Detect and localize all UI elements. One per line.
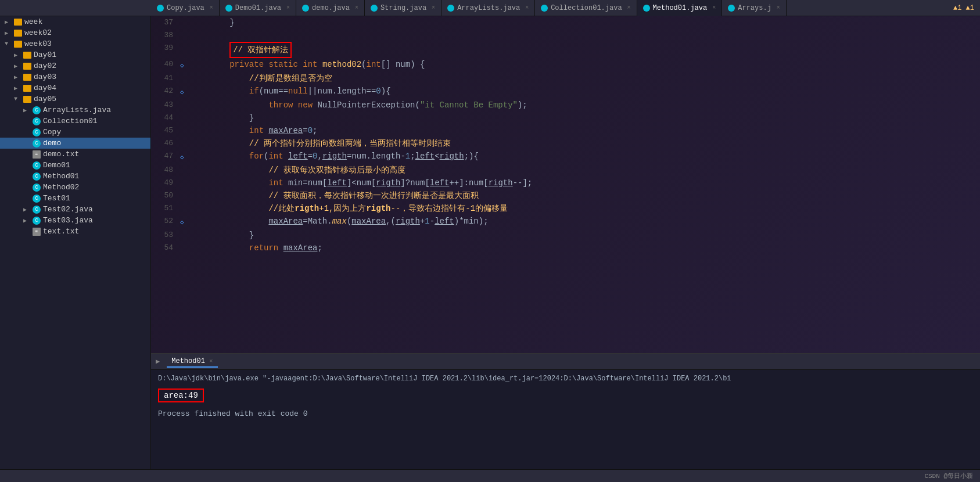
sidebar-item-week02[interactable]: ▶ week02 — [0, 27, 150, 38]
chevron-down-icon: ▼ — [14, 96, 21, 102]
tab-string-java[interactable]: String.java × — [365, 0, 441, 16]
tab-java-icon — [371, 5, 378, 12]
terminal-cmd-line: D:\Java\jdk\bin\java.exe "-javaagent:D:\… — [158, 375, 973, 383]
terminal-output-area: area:49 — [158, 386, 973, 405]
folder-icon — [23, 96, 31, 103]
code-line-44: 44 } — [151, 111, 980, 124]
txt-file-icon: ≡ — [33, 228, 41, 236]
terminal-exit-code: Process finished with exit code 0 — [158, 409, 973, 418]
sidebar-item-day05[interactable]: ▼ day05 — [0, 93, 150, 105]
code-line-40: 40 ◇ private static int method02(int[] n… — [151, 58, 980, 72]
chevron-right-icon: ▶ — [14, 52, 21, 59]
chevron-right-icon: ▶ — [14, 85, 21, 92]
sidebar-item-demo[interactable]: C demo — [0, 138, 150, 149]
code-line-53: 53 } — [151, 229, 980, 242]
sidebar-item-day01[interactable]: ▶ Day01 — [0, 49, 150, 60]
chevron-right-icon: ▶ — [23, 206, 30, 213]
code-line-37: 37 } — [151, 16, 980, 29]
java-file-icon: C — [33, 117, 41, 125]
code-line-51: 51 //此处rigth+1,因为上方rigth--，导致右边指针有-1的偏移量 — [151, 202, 980, 215]
code-scroll-area[interactable]: 37 } 38 39 // 双指针解法 — [151, 16, 980, 353]
java-file-icon: C — [33, 139, 41, 148]
code-line-39: 39 // 双指针解法 — [151, 42, 980, 58]
sidebar-item-copy[interactable]: C Copy — [0, 127, 150, 138]
code-line-54: 54 return maxArea; — [151, 242, 980, 254]
sidebar-item-day03[interactable]: ▶ day03 — [0, 71, 150, 82]
sidebar-item-day02[interactable]: ▶ day02 — [0, 60, 150, 71]
tab-java-icon — [643, 5, 650, 12]
sidebar-item-demo01[interactable]: C Demo01 — [0, 160, 150, 171]
chevron-right-icon: ▶ — [5, 19, 12, 26]
sidebar-item-day04[interactable]: ▶ day04 — [0, 82, 150, 93]
chevron-right-icon: ▶ — [14, 63, 21, 70]
warnings-badge: ▲1 ▲1 — [953, 4, 980, 12]
sidebar-item-method02[interactable]: C Method02 — [0, 182, 150, 193]
tab-java-icon — [302, 5, 309, 12]
java-file-icon: C — [33, 206, 41, 214]
sidebar-item-week03[interactable]: ▼ week03 — [0, 38, 150, 49]
terminal-panel: ▶ Method01 × D:\Java\jdk\bin\java.exe "-… — [151, 353, 980, 469]
tab-java-icon — [728, 5, 735, 12]
java-file-icon: C — [33, 106, 41, 114]
code-line-42: 42 ◇ if(num==null||num.length==0){ — [151, 85, 980, 99]
code-line-49: 49 int min=num[left]<num[rigth]?num[left… — [151, 177, 980, 189]
chevron-right-icon: ▶ — [5, 30, 12, 37]
sidebar-item-text-txt[interactable]: ≡ text.txt — [0, 226, 150, 237]
terminal-tab-method01[interactable]: Method01 × — [167, 356, 217, 368]
sidebar-item-method01[interactable]: C Method01 — [0, 171, 150, 182]
folder-icon — [14, 41, 22, 48]
code-line-46: 46 // 两个指针分别指向数组两端，当两指针相等时则结束 — [151, 137, 980, 150]
sidebar-item-week[interactable]: ▶ week — [0, 16, 150, 27]
txt-file-icon: ≡ — [33, 150, 41, 159]
sidebar-item-test01[interactable]: C Test01 — [0, 193, 150, 204]
terminal-tab-bar: ▶ Method01 × — [151, 354, 980, 370]
java-file-icon: C — [33, 217, 41, 225]
status-text: CSDN @每日小新 — [924, 472, 973, 480]
tab-arrays-java[interactable]: Arrays.j × — [722, 0, 787, 16]
code-line-41: 41 //判断是数组是否为空 — [151, 72, 980, 85]
chevron-right-icon: ▶ — [23, 217, 30, 224]
code-line-47: 47 ◇ for(int left=0,rigth=num.length-1;l… — [151, 150, 980, 164]
tab-bar: Copy.java × Demo01.java × demo.java × St… — [0, 0, 980, 16]
code-line-48: 48 // 获取每次双指针移动后最小的高度 — [151, 164, 980, 177]
chevron-down-icon: ▼ — [5, 41, 12, 47]
tab-java-icon — [225, 5, 232, 12]
folder-icon — [23, 74, 31, 81]
tab-java-icon — [447, 5, 454, 12]
code-line-52: 52 ◇ maxArea=Math.max(maxArea,(rigth+1-l… — [151, 215, 980, 229]
chevron-right-icon: ▶ — [23, 107, 30, 114]
output-area49: area:49 — [158, 389, 204, 402]
code-line-38: 38 — [151, 29, 980, 42]
code-line-45: 45 int maxArea=0; — [151, 124, 980, 137]
java-file-icon: C — [33, 172, 41, 181]
chevron-right-icon: ▶ — [14, 74, 21, 81]
folder-icon — [14, 30, 22, 37]
sidebar-item-test02[interactable]: ▶ C Test02.java — [0, 204, 150, 215]
status-bar: CSDN @每日小新 — [0, 469, 980, 482]
main-layout: ▶ week ▶ week02 ▼ week03 ▶ Day01 ▶ day02 — [0, 16, 980, 469]
code-editor[interactable]: 37 } 38 39 // 双指针解法 — [151, 16, 980, 353]
tab-collection01-java[interactable]: Collection01.java × — [535, 0, 637, 16]
java-file-icon: C — [33, 161, 41, 170]
code-line-43: 43 throw new NullPointerException("it Ca… — [151, 99, 980, 111]
tab-demo-java[interactable]: demo.java × — [296, 0, 365, 16]
java-file-icon: C — [33, 128, 41, 136]
project-sidebar: ▶ week ▶ week02 ▼ week03 ▶ Day01 ▶ day02 — [0, 16, 151, 469]
tab-java-icon — [157, 5, 164, 12]
folder-icon — [23, 85, 31, 92]
terminal-content: D:\Java\jdk\bin\java.exe "-javaagent:D:\… — [151, 370, 980, 469]
folder-icon — [23, 63, 31, 70]
sidebar-item-test03[interactable]: ▶ C Test03.java — [0, 215, 150, 226]
tab-copy-java[interactable]: Copy.java × — [151, 0, 220, 16]
folder-icon — [23, 52, 31, 59]
code-line-50: 50 // 获取面积，每次指针移动一次进行判断是否是最大面积 — [151, 189, 980, 202]
tab-method01-java[interactable]: Method01.java × — [637, 0, 723, 16]
java-file-icon: C — [33, 195, 41, 203]
tab-java-icon — [541, 5, 548, 12]
folder-icon — [14, 19, 22, 26]
tab-demo01-java[interactable]: Demo01.java × — [220, 0, 296, 16]
sidebar-item-collection01[interactable]: C Collection01 — [0, 116, 150, 127]
tab-arraylists-java[interactable]: ArrayLists.java × — [441, 0, 535, 16]
sidebar-item-demo-txt[interactable]: ≡ demo.txt — [0, 149, 150, 160]
sidebar-item-arraylists[interactable]: ▶ C ArrayLists.java — [0, 105, 150, 116]
